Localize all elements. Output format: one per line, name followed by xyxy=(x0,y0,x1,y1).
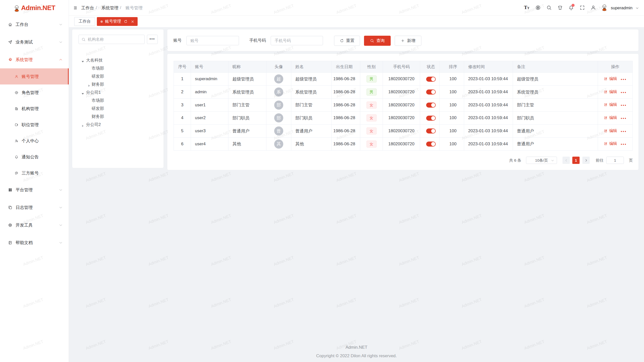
svg-text:Admin.NET: Admin.NET xyxy=(586,255,608,267)
svg-text:Admin.NET: Admin.NET xyxy=(524,255,545,267)
svg-text:Admin.NET: Admin.NET xyxy=(461,297,482,309)
svg-text:Admin.NET: Admin.NET xyxy=(586,297,608,309)
svg-text:Admin.NET: Admin.NET xyxy=(336,171,357,183)
svg-text:Admin.NET: Admin.NET xyxy=(273,297,294,309)
svg-text:Admin.NET: Admin.NET xyxy=(273,171,294,183)
svg-text:Admin.NET: Admin.NET xyxy=(586,213,608,225)
svg-text:Admin.NET: Admin.NET xyxy=(85,255,106,267)
svg-text:Admin.NET: Admin.NET xyxy=(210,171,232,183)
svg-text:Admin.NET: Admin.NET xyxy=(586,171,608,183)
svg-text:Admin.NET: Admin.NET xyxy=(148,255,169,267)
svg-text:Admin.NET: Admin.NET xyxy=(148,213,169,225)
svg-text:Admin.NET: Admin.NET xyxy=(461,255,482,267)
svg-text:Admin.NET: Admin.NET xyxy=(85,171,106,183)
svg-text:Admin.NET: Admin.NET xyxy=(273,213,294,225)
svg-text:Admin.NET: Admin.NET xyxy=(398,213,420,225)
svg-text:Admin.NET: Admin.NET xyxy=(148,171,169,183)
svg-text:Admin.NET: Admin.NET xyxy=(210,255,232,267)
svg-text:Admin.NET: Admin.NET xyxy=(461,213,482,225)
svg-text:Admin.NET: Admin.NET xyxy=(524,171,545,183)
svg-text:Admin.NET: Admin.NET xyxy=(273,255,294,267)
svg-text:Admin.NET: Admin.NET xyxy=(336,255,357,267)
svg-text:Admin.NET: Admin.NET xyxy=(148,297,169,309)
svg-text:Admin.NET: Admin.NET xyxy=(398,255,420,267)
svg-text:Admin.NET: Admin.NET xyxy=(85,297,106,309)
svg-text:Admin.NET: Admin.NET xyxy=(398,171,420,183)
svg-text:Admin.NET: Admin.NET xyxy=(210,213,232,225)
svg-text:Admin.NET: Admin.NET xyxy=(336,213,357,225)
svg-text:Admin.NET: Admin.NET xyxy=(398,297,420,309)
svg-text:Admin.NET: Admin.NET xyxy=(524,297,545,309)
svg-text:Admin.NET: Admin.NET xyxy=(85,213,106,225)
svg-text:Admin.NET: Admin.NET xyxy=(461,171,482,183)
svg-text:Admin.NET: Admin.NET xyxy=(336,297,357,309)
svg-text:Admin.NET: Admin.NET xyxy=(524,213,545,225)
svg-text:Admin.NET: Admin.NET xyxy=(210,297,232,309)
